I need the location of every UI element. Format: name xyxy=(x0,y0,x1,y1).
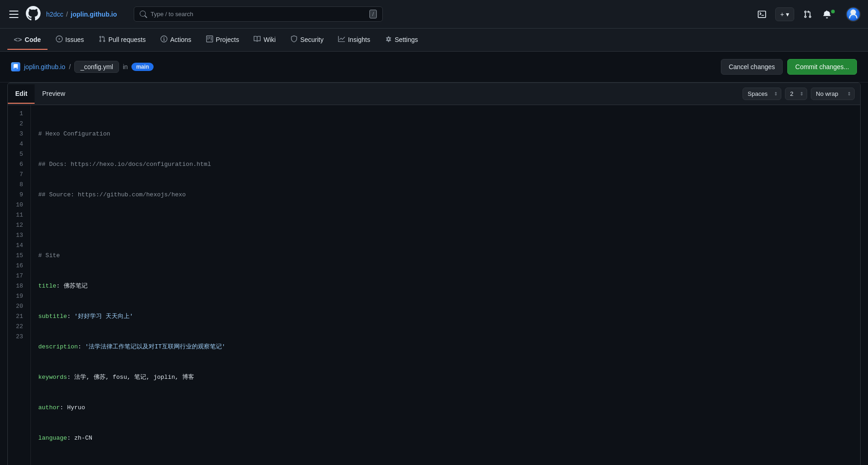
tab-settings-label: Settings xyxy=(395,36,418,43)
notifications-button[interactable] xyxy=(821,8,838,20)
code-line-6: title: 佛苏笔记 xyxy=(38,281,853,291)
code-icon: <> xyxy=(14,35,22,43)
cancel-changes-button[interactable]: Cancel changes xyxy=(721,59,783,75)
line-num-1: 1 xyxy=(15,109,23,119)
book-icon xyxy=(13,64,18,70)
repo-icon xyxy=(11,62,20,71)
tab-issues[interactable]: Issues xyxy=(49,30,90,50)
insights-icon xyxy=(338,35,345,44)
breadcrumb-bar: joplin.github.io / _config.yml in main C… xyxy=(0,52,868,82)
line-num-14: 14 xyxy=(15,241,23,251)
tab-security-label: Security xyxy=(300,36,324,43)
code-line-2: ## Docs: https://hexo.io/docs/configurat… xyxy=(38,159,853,170)
line-num-13: 13 xyxy=(15,230,23,241)
breadcrumb-file-input[interactable]: _config.yml xyxy=(74,61,119,73)
wrap-select-wrapper: No wrap Soft wrap xyxy=(811,88,855,100)
tab-wiki-label: Wiki xyxy=(263,36,275,43)
tab-pullrequests-label: Pull requests xyxy=(108,36,146,43)
spaces-select[interactable]: Spaces Tabs xyxy=(743,88,781,100)
indent-select-wrapper: 2 4 xyxy=(785,88,807,100)
code-line-11: language: zh-CN xyxy=(38,433,853,443)
svg-rect-1 xyxy=(9,14,18,15)
security-icon xyxy=(291,35,297,44)
tab-issues-label: Issues xyxy=(65,36,84,43)
tab-actions-label: Actions xyxy=(170,36,191,43)
line-num-6: 6 xyxy=(15,159,23,170)
spaces-select-wrapper: Spaces Tabs xyxy=(743,88,781,100)
line-num-22: 22 xyxy=(15,322,23,332)
pull-request-icon xyxy=(803,10,812,18)
editor-options: Spaces Tabs 2 4 No wrap Soft wrap xyxy=(743,88,860,100)
avatar-icon xyxy=(848,9,859,20)
notifications-icon xyxy=(823,10,831,18)
line-num-15: 15 xyxy=(15,251,23,261)
code-line-4 xyxy=(38,220,853,230)
tab-code[interactable]: <> Code xyxy=(7,30,48,50)
line-num-3: 3 xyxy=(15,129,23,139)
plus-label: + xyxy=(780,11,784,18)
repo-link[interactable]: joplin.github.io xyxy=(71,11,117,18)
org-link[interactable]: h2dcc xyxy=(46,11,63,18)
nav-icons: + ▾ xyxy=(756,7,861,22)
pull-request-button[interactable] xyxy=(802,8,814,20)
notification-dot xyxy=(831,10,835,13)
preview-tab[interactable]: Preview xyxy=(35,84,72,104)
code-line-5: # Site xyxy=(38,251,853,261)
line-num-12: 12 xyxy=(15,220,23,230)
commit-changes-button[interactable]: Commit changes... xyxy=(787,59,857,75)
line-num-5: 5 xyxy=(15,149,23,159)
breadcrumb-repo-link[interactable]: joplin.github.io xyxy=(24,63,65,71)
pullrequest-icon xyxy=(99,35,106,44)
indent-select[interactable]: 2 4 xyxy=(785,88,807,100)
breadcrumb-slash: / xyxy=(66,11,68,18)
github-logo-link[interactable] xyxy=(26,6,41,22)
search-icon xyxy=(140,11,147,18)
hamburger-icon xyxy=(9,11,18,18)
tab-settings[interactable]: Settings xyxy=(379,30,425,50)
edit-tab[interactable]: Edit xyxy=(8,84,35,104)
tab-security[interactable]: Security xyxy=(284,30,330,50)
tab-insights-label: Insights xyxy=(348,36,370,43)
wrap-select[interactable]: No wrap Soft wrap xyxy=(811,88,855,100)
breadcrumb-separator: / xyxy=(69,63,71,71)
tab-pullrequests[interactable]: Pull requests xyxy=(92,30,152,50)
code-line-10: author: Hyruo xyxy=(38,403,853,413)
tab-insights[interactable]: Insights xyxy=(332,30,376,50)
search-bar[interactable]: Type / to search / xyxy=(134,6,383,22)
settings-icon xyxy=(385,35,392,44)
breadcrumb-actions: Cancel changes Commit changes... xyxy=(721,59,857,75)
svg-rect-2 xyxy=(9,17,18,18)
tab-projects[interactable]: Projects xyxy=(200,30,246,50)
projects-icon xyxy=(206,35,213,44)
line-num-21: 21 xyxy=(15,312,23,322)
search-placeholder: Type / to search xyxy=(151,11,194,18)
tab-actions[interactable]: Actions xyxy=(154,30,198,50)
code-editor[interactable]: 1 2 3 4 5 6 7 8 9 10 11 12 13 14 15 16 1… xyxy=(8,105,860,465)
line-numbers: 1 2 3 4 5 6 7 8 9 10 11 12 13 14 15 16 1… xyxy=(8,105,31,465)
line-num-16: 16 xyxy=(15,261,23,271)
line-num-19: 19 xyxy=(15,291,23,301)
line-num-11: 11 xyxy=(15,210,23,220)
create-new-button[interactable]: + ▾ xyxy=(775,7,794,21)
wiki-icon xyxy=(254,35,261,44)
line-num-18: 18 xyxy=(15,281,23,291)
repo-tabs: <> Code Issues Pull requests Actions Pro… xyxy=(0,29,868,52)
line-num-8: 8 xyxy=(15,180,23,190)
user-avatar[interactable] xyxy=(846,7,861,22)
line-num-23: 23 xyxy=(15,332,23,342)
line-num-7: 7 xyxy=(15,170,23,180)
tab-wiki[interactable]: Wiki xyxy=(247,30,282,50)
line-num-17: 17 xyxy=(15,271,23,281)
top-nav: h2dcc / joplin.github.io Type / to searc… xyxy=(0,0,868,29)
terminal-button[interactable] xyxy=(756,8,768,20)
hamburger-menu[interactable] xyxy=(7,9,20,20)
tab-code-label: Code xyxy=(25,36,41,43)
line-num-2: 2 xyxy=(15,119,23,129)
search-slash-badge: / xyxy=(369,10,377,18)
code-content[interactable]: # Hexo Configuration ## Docs: https://he… xyxy=(31,105,860,465)
svg-rect-0 xyxy=(9,11,18,12)
actions-icon xyxy=(161,35,167,44)
code-line-8: description: '法学法律工作笔记以及对IT互联网行业的观察笔记' xyxy=(38,342,853,352)
plus-caret-icon: ▾ xyxy=(786,11,789,18)
editor-container: Edit Preview Spaces Tabs 2 4 No wrap Sof… xyxy=(7,82,861,465)
